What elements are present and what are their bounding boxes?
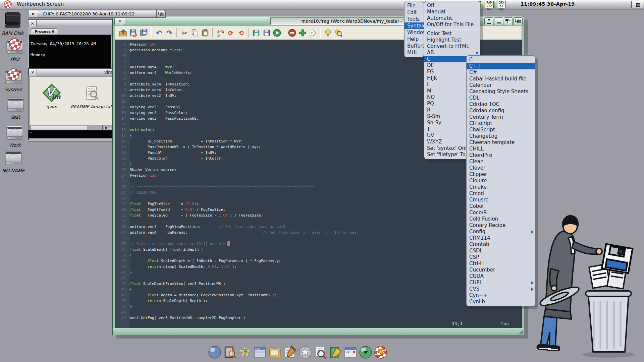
toolbar-open-icon[interactable] [118,28,128,38]
toolbar-copy-icon[interactable] [190,28,200,38]
menu-item-tools[interactable]: Tools [405,16,424,22]
menu-item-century-term[interactable]: Century Term [467,114,535,120]
toolbar-paste-icon[interactable] [200,28,210,38]
close-icon[interactable]: × [29,10,37,17]
chip-console-titlebar[interactable]: × CHIP: 0 FAST:1802280 30-Apr-19 11:09:2… [29,10,166,18]
tab-process-6[interactable]: Process 6 [31,28,58,34]
close-icon[interactable]: × [29,69,37,76]
menu-item-clipper[interactable]: Clipper [467,171,535,178]
dock-notepad-icon[interactable] [283,344,298,361]
menu-item-coco-r[interactable]: Coco/R [467,209,535,216]
toolbar-load-session-icon[interactable] [251,28,261,38]
dock-workbench-sphere-icon[interactable] [207,344,222,361]
iconify-icon[interactable] [484,17,493,25]
toolbar-cut-icon[interactable]: ✂ [179,28,190,38]
desktop-icon-ram-disk[interactable]: RAM Disk [1,11,25,36]
desktop-icon-system[interactable]: System [1,68,25,92]
desktop-icon-work[interactable]: Work [3,123,27,148]
menu-item-cynlib[interactable]: Cynlib [467,299,535,305]
dock-find-files-icon[interactable] [313,344,328,361]
toolbar-jump-tag-icon[interactable] [308,28,318,38]
menu-item-clean[interactable]: Clean [467,159,535,165]
drawer-titlebar[interactable]: × vim [29,68,113,76]
file-icon-gvim[interactable]: V im gvim [40,83,63,109]
menu-item-edit[interactable]: Edit [405,9,424,16]
toolbar-make-icon[interactable] [287,28,297,38]
menu-item-cmod[interactable]: Cmod [467,190,535,197]
dock-text-editor-icon[interactable] [328,344,343,361]
depth-icon[interactable] [156,10,165,17]
dock-warpview-icon[interactable] [237,344,252,361]
dock-amistore-icon[interactable] [298,344,313,361]
menu-item-config[interactable]: Config [467,229,535,235]
menu-item-cheetah-template[interactable]: Cheetah template [467,139,535,146]
shell-window-strip[interactable]: ... [28,130,113,139]
menu-item-automatic[interactable]: Automatic [424,15,480,21]
minimize-icon[interactable] [494,17,503,25]
desktop-icon-test[interactable]: test [3,95,28,120]
menu-item-c[interactable]: C++ [467,63,535,69]
dock-boing-bolt-icon[interactable] [373,344,388,361]
toolbar-help-icon[interactable] [323,28,333,38]
desktop-icon-sfs2[interactable]: sfs2 [3,38,27,62]
toolbar-save-all-icon[interactable] [139,28,149,38]
menu-item-clojure[interactable]: Clojure [467,178,535,184]
menu-item-cdrdao-toc[interactable]: Cdrdao TOC [467,101,535,108]
menu-item-buffers[interactable]: Buffers [405,43,424,49]
menu-item-changelog[interactable]: ChangeLog [467,133,535,139]
file-icon-readme[interactable]: README.Amiga.txt [69,85,113,109]
menu-item-calendar[interactable]: Calendar [467,82,535,88]
menu-item-cmusrc[interactable]: Cmusrc [467,197,535,203]
toolbar-find-next-icon[interactable]: ⟳ [225,28,236,38]
process-window-titlebar[interactable]: × [28,20,112,27]
menu-item-cobol[interactable]: Cobol [467,203,535,209]
menu-item-crm114[interactable]: CRM114 [467,235,535,241]
menu-item-clever[interactable]: Clever [467,165,535,171]
close-icon[interactable]: ✕ [114,17,125,25]
menu-item-manual[interactable]: Manual [424,9,480,15]
menu-item-chordpro[interactable]: ChordPro [467,152,535,159]
menu-item-convert-to-html[interactable]: Convert to HTML [424,43,480,50]
zoom-icon[interactable] [504,17,513,25]
menu-item-crontab[interactable]: Crontab [467,241,535,248]
screen-depth-gadget[interactable] [631,1,643,8]
menu-item-c[interactable]: C [467,57,535,63]
toolbar-save-icon[interactable] [128,28,139,38]
dock-shell-icon[interactable]: OS4 [343,344,358,361]
menu-item-ch-script[interactable]: CH script [467,120,535,127]
menu-item-cold-fusion[interactable]: Cold Fusion [467,216,535,222]
menu-item-chaiscript[interactable]: ChaiScript [467,127,535,133]
menu-item-cdrdao-config[interactable]: Cdrdao config [467,108,535,114]
menu-item-csp[interactable]: CSP [467,254,535,260]
menu-item-on-off-for-this-file[interactable]: On/Off for This File [424,21,480,28]
toolbar-save-session-icon[interactable] [261,28,272,38]
toolbar-redo-icon[interactable]: ↷ [164,28,174,38]
toolbar-replace-icon[interactable]: ab [215,28,225,38]
menu-item-file[interactable]: File [405,2,424,9]
resize-grip[interactable] [518,329,523,334]
scrollbar-thumb[interactable] [30,126,88,130]
toolbar-run-script-icon[interactable] [272,28,282,38]
menu-item-chill[interactable]: CHILL [467,146,535,152]
menu-item-cabal-haskell-build-file[interactable]: Cabal Haskell build file [467,76,535,82]
menu-item-cupl[interactable]: CUPL [467,280,535,286]
menu-item-help[interactable]: Help [405,36,424,43]
menu-item-off[interactable]: Off [424,2,480,9]
menu-item-cyn[interactable]: Cyn++ [467,292,535,299]
menu-item-c[interactable]: C# [467,69,535,76]
menu-item-window[interactable]: Window [405,29,424,36]
close-icon[interactable]: × [29,20,37,27]
menu-item-csdl[interactable]: CSDL [467,248,535,254]
toolbar-find-help-icon[interactable] [333,28,343,38]
toolbar-find-prev-icon[interactable]: ⟲ [236,28,246,38]
menu-item-cuda[interactable]: CUDA [467,273,535,280]
menu-item-cucumber[interactable]: Cucumber [467,267,535,273]
menu-item-color-test[interactable]: Color Test [424,31,480,37]
menu-item-cvs[interactable]: CVS [467,286,535,292]
menu-item-cdl[interactable]: CDL [467,95,535,101]
dock-documents-icon[interactable] [268,344,282,361]
menu-item-syntax[interactable]: Syntax [405,22,424,29]
dock-software-updater-icon[interactable] [358,344,373,361]
toolbar-undo-icon[interactable]: ↶ [154,28,164,38]
menu-item-cmake[interactable]: Cmake [467,184,535,190]
